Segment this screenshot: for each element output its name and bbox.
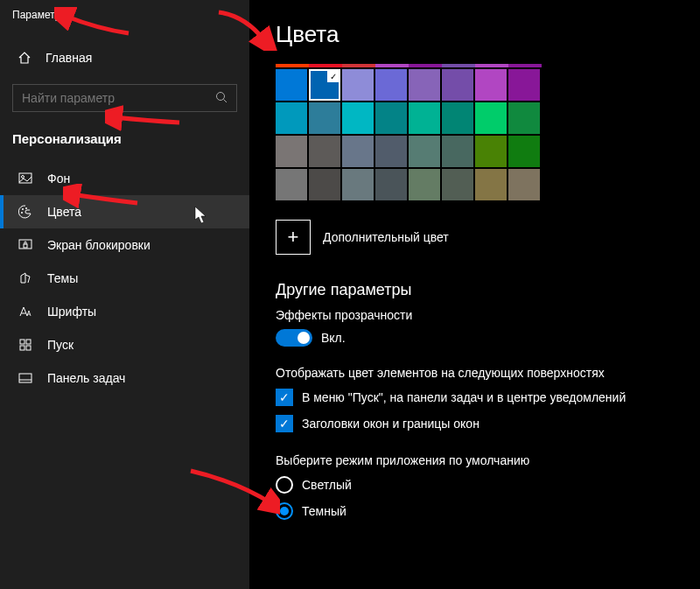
- sidebar-item-0[interactable]: Фон: [0, 162, 249, 195]
- nav-list: ФонЦветаЭкран блокировкиТемыШрифтыПускПа…: [0, 162, 249, 395]
- transparency-label: Эффекты прозрачности: [276, 308, 700, 322]
- home-label: Главная: [46, 51, 92, 65]
- nav-icon: [18, 238, 33, 252]
- transparency-toggle[interactable]: [276, 329, 312, 347]
- sidebar-item-2[interactable]: Экран блокировки: [0, 228, 249, 262]
- page-title: Цвета: [276, 21, 700, 48]
- app-mode-label: Выберите режим приложения по умолчанию: [276, 453, 700, 467]
- color-palette: [276, 69, 700, 200]
- category-title: Персонализация: [0, 121, 249, 153]
- checkbox-start-taskbar-label: В меню "Пуск", на панели задач и в центр…: [302, 390, 626, 404]
- home-button[interactable]: Главная: [0, 44, 249, 72]
- color-swatch[interactable]: [276, 136, 307, 167]
- nav-item-label: Шрифты: [47, 305, 96, 319]
- svg-line-1: [224, 99, 228, 102]
- color-swatch[interactable]: [508, 136, 540, 167]
- nav-icon: [18, 172, 33, 186]
- nav-icon: [18, 305, 33, 319]
- color-swatch[interactable]: [475, 169, 507, 200]
- other-params-heading: Другие параметры: [276, 281, 700, 299]
- custom-color-button[interactable]: +: [276, 220, 311, 255]
- color-swatch[interactable]: [309, 136, 340, 167]
- svg-point-4: [22, 208, 24, 210]
- sidebar: Параметры Главная Персонализация ФонЦвет…: [0, 0, 249, 589]
- color-swatch[interactable]: [342, 69, 374, 101]
- search-icon: [215, 91, 228, 106]
- color-swatch[interactable]: [475, 69, 507, 101]
- color-swatch[interactable]: [442, 69, 473, 101]
- radio-light[interactable]: [276, 476, 293, 494]
- search-box[interactable]: [12, 84, 237, 112]
- color-swatch[interactable]: [375, 69, 407, 101]
- color-swatch[interactable]: [342, 136, 374, 167]
- surfaces-label: Отображать цвет элементов на следующих п…: [276, 366, 700, 380]
- svg-point-0: [217, 92, 225, 100]
- color-swatch[interactable]: [508, 169, 540, 200]
- sidebar-item-6[interactable]: Панель задач: [0, 361, 249, 395]
- color-swatch[interactable]: [309, 169, 340, 200]
- window-title: Параметры: [0, 0, 249, 28]
- color-swatch[interactable]: [342, 102, 374, 134]
- toggle-state-label: Вкл.: [321, 331, 346, 345]
- radio-light-label: Светлый: [302, 478, 352, 492]
- checkbox-title-bars[interactable]: ✓: [276, 415, 293, 432]
- svg-rect-10: [26, 340, 31, 344]
- color-swatch[interactable]: [309, 69, 340, 101]
- nav-item-label: Темы: [47, 271, 78, 285]
- color-swatch[interactable]: [375, 136, 407, 167]
- radio-dark-label: Темный: [302, 504, 346, 518]
- color-swatch[interactable]: [442, 136, 473, 167]
- color-swatch[interactable]: [409, 69, 440, 101]
- svg-point-3: [22, 176, 24, 179]
- color-swatch[interactable]: [309, 102, 340, 134]
- color-swatch[interactable]: [475, 102, 507, 134]
- nav-icon: [18, 371, 33, 385]
- search-input[interactable]: [22, 91, 197, 105]
- checkbox-start-taskbar[interactable]: ✓: [276, 389, 293, 406]
- nav-item-label: Фон: [47, 172, 70, 186]
- nav-item-label: Цвета: [47, 205, 81, 219]
- color-swatch[interactable]: [475, 136, 507, 167]
- svg-rect-12: [26, 346, 31, 350]
- palette-accent-strip: [276, 64, 700, 67]
- svg-point-5: [25, 207, 27, 209]
- color-swatch[interactable]: [375, 102, 407, 134]
- plus-icon: +: [288, 226, 299, 249]
- sidebar-item-5[interactable]: Пуск: [0, 328, 249, 361]
- nav-item-label: Экран блокировки: [47, 238, 150, 252]
- nav-item-label: Панель задач: [47, 371, 125, 385]
- nav-item-label: Пуск: [47, 338, 74, 352]
- color-swatch[interactable]: [442, 169, 473, 200]
- color-swatch[interactable]: [508, 69, 540, 101]
- svg-rect-11: [20, 346, 24, 350]
- color-swatch[interactable]: [342, 169, 374, 200]
- content-pane: Цвета + Дополнительный цвет Другие парам…: [249, 0, 700, 589]
- radio-dark[interactable]: [276, 502, 293, 520]
- color-swatch[interactable]: [442, 102, 473, 134]
- svg-rect-13: [19, 374, 32, 382]
- color-swatch[interactable]: [409, 102, 440, 134]
- color-swatch[interactable]: [276, 169, 307, 200]
- color-swatch[interactable]: [276, 69, 307, 101]
- svg-rect-9: [20, 340, 24, 344]
- sidebar-item-3[interactable]: Темы: [0, 262, 249, 295]
- home-icon: [18, 51, 33, 65]
- svg-rect-8: [24, 244, 27, 248]
- color-swatch[interactable]: [409, 136, 440, 167]
- nav-icon: [18, 338, 33, 352]
- custom-color-label: Дополнительный цвет: [323, 230, 449, 244]
- svg-point-6: [21, 212, 23, 214]
- color-swatch[interactable]: [409, 169, 440, 200]
- mouse-cursor-icon: [194, 206, 208, 228]
- sidebar-item-4[interactable]: Шрифты: [0, 295, 249, 328]
- nav-icon: [18, 205, 33, 219]
- sidebar-item-1[interactable]: Цвета: [0, 195, 249, 228]
- color-swatch[interactable]: [375, 169, 407, 200]
- color-swatch[interactable]: [508, 102, 540, 134]
- checkbox-title-bars-label: Заголовки окон и границы окон: [302, 417, 480, 431]
- color-swatch[interactable]: [276, 102, 307, 134]
- nav-icon: [18, 271, 33, 285]
